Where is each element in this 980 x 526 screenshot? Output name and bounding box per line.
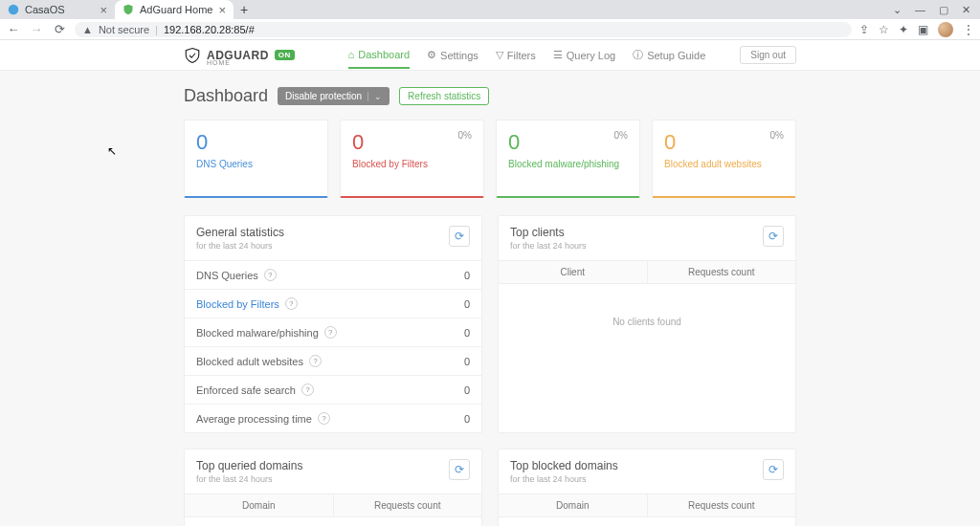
stat-value: 0 (464, 413, 470, 425)
refresh-icon[interactable]: ⟳ (763, 226, 784, 247)
col-domain: Domain (185, 494, 334, 516)
stat-row[interactable]: Blocked by Filters?0 (185, 289, 481, 318)
card-value: 0 (508, 130, 628, 155)
help-icon[interactable]: ? (324, 326, 337, 339)
refresh-icon[interactable]: ⟳ (449, 459, 470, 480)
profile-avatar[interactable] (938, 22, 953, 37)
maximize-icon[interactable]: ▢ (939, 4, 948, 16)
back-icon[interactable]: ← (6, 22, 21, 36)
stat-row: Average processing time?0 (185, 404, 481, 432)
panel-general-statistics: General statistics for the last 24 hours… (184, 215, 482, 433)
browser-tab-casaos[interactable]: CasaOS × (0, 0, 115, 19)
panel-title: Top blocked domains (510, 459, 618, 472)
browser-tab-adguard[interactable]: AdGuard Home × (115, 0, 234, 19)
col-client: Client (499, 261, 648, 283)
address-bar[interactable]: ▲ Not secure | 192.168.20.28:85/# (75, 22, 852, 37)
nav-filters[interactable]: ▽Filters (496, 41, 536, 69)
help-icon[interactable]: ? (285, 297, 298, 310)
stat-value: 0 (464, 298, 470, 310)
card-blocked-filters[interactable]: 0% 0 Blocked by Filters (340, 120, 484, 198)
panel-top-queried: Top queried domains for the last 24 hour… (184, 449, 482, 526)
panel-top-blocked: Top blocked domains for the last 24 hour… (498, 449, 796, 526)
card-dns-queries[interactable]: 0 DNS Queries (184, 120, 328, 198)
help-icon[interactable]: ? (318, 412, 330, 425)
info-icon: ⓘ (633, 48, 643, 62)
panel-subtitle: for the last 24 hours (510, 474, 618, 484)
col-requests: Requests count (334, 494, 482, 516)
brand-logo[interactable]: ADGUARD ON HOME (184, 47, 295, 64)
chevron-down-icon: ⌄ (368, 92, 382, 101)
stat-row: Enforced safe search?0 (185, 375, 481, 404)
col-domain: Domain (499, 494, 648, 516)
disable-protection-button[interactable]: Disable protection ⌄ (278, 87, 390, 105)
nav-query-log[interactable]: ☰Query Log (553, 41, 615, 69)
minimize-icon[interactable]: — (915, 4, 925, 15)
card-value: 0 (196, 130, 316, 155)
table-header: Domain Requests count (185, 493, 481, 517)
card-value: 0 (664, 130, 784, 155)
card-percent: 0% (770, 130, 784, 141)
cursor-icon: ↖ (107, 144, 117, 158)
page-title: Dashboard (184, 86, 268, 106)
dashboard-content: Dashboard Disable protection ⌄ Refresh s… (184, 71, 796, 526)
close-icon[interactable]: ✕ (962, 4, 970, 16)
stat-row: DNS Queries?0 (185, 260, 481, 289)
nav-settings[interactable]: ⚙Settings (427, 41, 479, 69)
table-empty: No domains found (499, 517, 795, 526)
table-header: Client Requests count (499, 260, 795, 284)
nav-dashboard[interactable]: ⌂Dashboard (348, 41, 410, 69)
sign-out-button[interactable]: Sign out (740, 46, 796, 64)
favicon-casaos (8, 4, 19, 15)
col-requests: Requests count (648, 494, 796, 516)
card-blocked-malware[interactable]: 0% 0 Blocked malware/phishing (496, 120, 640, 198)
bookmark-icon[interactable]: ☆ (879, 23, 889, 36)
stat-value: 0 (464, 356, 470, 367)
kebab-menu-icon[interactable]: ⋮ (963, 23, 974, 36)
panel-top-clients: Top clients for the last 24 hours ⟳ Clie… (498, 215, 796, 433)
stat-value: 0 (464, 270, 470, 281)
nav-setup-guide[interactable]: ⓘSetup Guide (633, 40, 705, 70)
chevron-down-icon[interactable]: ⌄ (893, 4, 902, 16)
refresh-stats-button[interactable]: Refresh statistics (399, 87, 489, 105)
panel-subtitle: for the last 24 hours (510, 241, 587, 251)
reload-icon[interactable]: ⟳ (52, 22, 67, 36)
refresh-icon[interactable]: ⟳ (449, 226, 470, 247)
panel-subtitle: for the last 24 hours (196, 241, 284, 251)
help-icon[interactable]: ? (309, 355, 322, 367)
help-icon[interactable]: ? (264, 269, 277, 281)
summary-cards: 0 DNS Queries 0% 0 Blocked by Filters 0%… (184, 120, 796, 198)
table-empty: No domains found (185, 517, 481, 526)
table-empty: No clients found (499, 284, 795, 360)
app-viewport: ADGUARD ON HOME ⌂Dashboard ⚙Settings ▽Fi… (0, 40, 980, 526)
gear-icon: ⚙ (427, 49, 436, 61)
card-value: 0 (352, 130, 472, 155)
tab-close-icon[interactable]: × (218, 3, 226, 17)
shield-icon (184, 47, 201, 64)
panel-subtitle: for the last 24 hours (196, 474, 302, 484)
brand-sub: HOME (207, 59, 231, 66)
not-secure-label: Not secure (99, 24, 149, 35)
funnel-icon: ▽ (496, 49, 503, 61)
card-label: DNS Queries (196, 159, 316, 169)
puzzle-icon[interactable]: ▣ (918, 23, 928, 36)
forward-icon[interactable]: → (29, 22, 44, 36)
panel-title: Top clients (510, 226, 587, 239)
not-secure-icon: ▲ (82, 24, 93, 35)
browser-toolbar: ← → ⟳ ▲ Not secure | 192.168.20.28:85/# … (0, 19, 980, 40)
card-blocked-adult[interactable]: 0% 0 Blocked adult websites (652, 120, 796, 198)
new-tab-button[interactable]: + (234, 0, 255, 19)
help-icon[interactable]: ? (301, 384, 314, 396)
panel-title: General statistics (196, 226, 284, 239)
extensions-icon[interactable]: ✦ (899, 23, 908, 36)
tab-title: CasaOS (25, 4, 65, 15)
url-text: 192.168.20.28:85/# (164, 24, 255, 35)
refresh-icon[interactable]: ⟳ (763, 459, 784, 480)
share-icon[interactable]: ⇪ (859, 23, 869, 36)
panel-title: Top queried domains (196, 459, 302, 472)
tab-close-icon[interactable]: × (100, 3, 107, 17)
browser-tabstrip: CasaOS × AdGuard Home × + ⌄ — ▢ ✕ (0, 0, 980, 19)
favicon-adguard (122, 4, 134, 15)
stat-row: Blocked malware/phishing?0 (185, 318, 481, 346)
svg-point-0 (9, 5, 19, 15)
stat-value: 0 (464, 327, 470, 339)
